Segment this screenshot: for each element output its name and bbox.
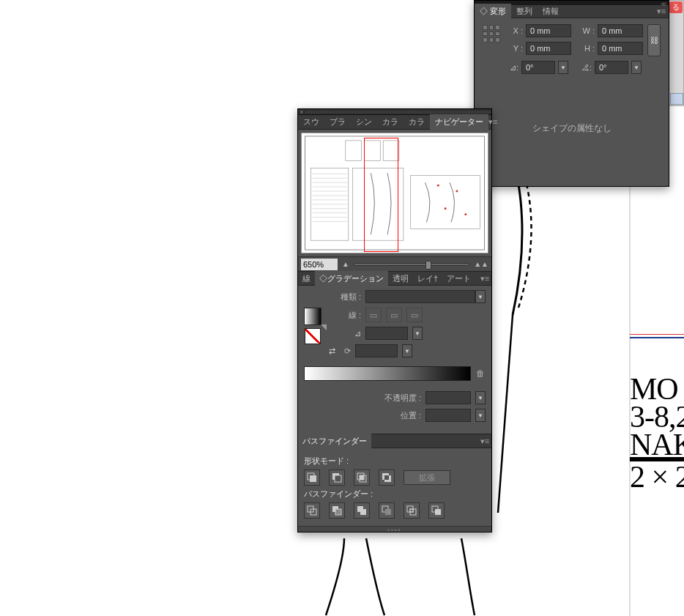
pathfinder-menu-icon[interactable]: ▾≡ xyxy=(478,437,491,446)
opacity-label: 不透明度 : xyxy=(377,393,421,404)
tab-navigator[interactable]: ナビゲーター xyxy=(430,114,488,130)
position-dropdown[interactable]: ▼ xyxy=(475,409,486,422)
gradient-aspect-input[interactable] xyxy=(355,344,398,357)
svg-point-20 xyxy=(437,185,439,187)
gradient-angle-label: ⊿ xyxy=(326,329,361,338)
tab-swatches[interactable]: スウ xyxy=(298,114,324,130)
navigator-tabs: スウ ブラ シン カラ カラ ナビゲーター ▾≡ xyxy=(298,115,491,130)
navigator-menu-icon[interactable]: ▾≡ xyxy=(488,117,497,127)
gradient-stroke-label: 線 : xyxy=(326,310,361,321)
svg-rect-44 xyxy=(410,509,413,512)
gradient-type-dropdown[interactable]: ▼ xyxy=(475,290,486,303)
svg-rect-27 xyxy=(335,475,341,482)
navigator-viewport-box[interactable] xyxy=(364,138,398,252)
tab-info[interactable]: 情報 xyxy=(538,4,564,19)
svg-rect-41 xyxy=(385,509,391,515)
svg-point-22 xyxy=(445,207,447,209)
position-label: 位置 : xyxy=(377,410,421,421)
panel-resize-grip[interactable]: ▪▪▪▪ xyxy=(298,526,491,532)
pathfinder-tab-row: パスファインダー ▾≡ xyxy=(298,434,491,448)
panel-menu-icon[interactable]: ▾≡ xyxy=(654,7,669,16)
reverse-gradient-icon[interactable]: ⇄ xyxy=(326,345,338,357)
unite-icon[interactable] xyxy=(304,470,320,486)
y-input[interactable] xyxy=(526,42,571,55)
outline-icon[interactable] xyxy=(404,502,420,519)
svg-point-21 xyxy=(456,190,458,193)
text-line-2: 3-8,2 xyxy=(630,403,684,431)
position-input[interactable] xyxy=(425,409,471,422)
tab-gradient[interactable]: ◇グラデーション xyxy=(315,271,388,286)
tab-transparency[interactable]: 透明 xyxy=(388,271,413,286)
navigator-zoom-row: ▲ ▲▲ xyxy=(298,256,491,271)
exclude-icon[interactable] xyxy=(379,470,395,486)
tab-align[interactable]: 整列 xyxy=(511,4,538,19)
trim-icon[interactable] xyxy=(329,502,345,519)
text-line-3: NAK xyxy=(630,431,684,459)
svg-rect-25 xyxy=(310,475,316,482)
gradient-type-label: 種類 : xyxy=(326,292,361,303)
tab-artboards[interactable]: アート xyxy=(442,271,475,286)
opacity-dropdown[interactable]: ▼ xyxy=(475,391,486,404)
gradient-angle-input[interactable] xyxy=(365,327,408,340)
text-line-4: 2 × 2 xyxy=(630,463,684,491)
rotate-dropdown[interactable]: ▼ xyxy=(558,61,568,74)
transform-panel: ≪ ◇ 変形 整列 情報 ▾≡ X : Y : W : H : ⛓ ⊿ xyxy=(474,0,669,187)
gradient-fill-swatch[interactable] xyxy=(304,308,321,325)
aspect-label: ⟳ xyxy=(342,346,351,356)
divide-icon[interactable] xyxy=(304,502,320,519)
zoom-input[interactable] xyxy=(301,259,338,270)
reference-point-selector[interactable] xyxy=(482,24,501,43)
text-line-1: MO xyxy=(630,375,684,403)
minus-back-icon[interactable] xyxy=(428,502,445,519)
opacity-input[interactable] xyxy=(425,391,471,404)
rotate-input[interactable] xyxy=(521,61,555,74)
svg-rect-30 xyxy=(360,475,364,480)
y-label: Y : xyxy=(510,44,523,53)
crop-icon[interactable] xyxy=(379,502,395,519)
tab-brushes[interactable]: ブラ xyxy=(324,114,351,130)
stroke-along-icon[interactable]: ▭ xyxy=(386,308,402,322)
shear-label: ⦨: xyxy=(579,63,592,72)
gradient-menu-icon[interactable]: ▾≡ xyxy=(478,274,491,283)
tab-color-2[interactable]: カラ xyxy=(404,114,430,130)
close-button-fragment[interactable]: る xyxy=(669,1,683,13)
x-input[interactable] xyxy=(526,24,571,37)
transform-tabs: ◇ 変形 整列 情報 ▾≡ xyxy=(475,5,669,18)
zoom-out-icon[interactable]: ▲ xyxy=(342,260,349,268)
no-shape-message: シェイプの属性なし xyxy=(482,122,661,135)
zoom-slider[interactable] xyxy=(354,263,469,266)
stroke-across-icon[interactable]: ▭ xyxy=(406,308,423,322)
svg-rect-37 xyxy=(335,509,341,515)
tab-color-1[interactable]: カラ xyxy=(377,114,404,130)
zoom-in-icon[interactable]: ▲▲ xyxy=(474,260,488,268)
h-input[interactable] xyxy=(598,42,643,55)
gradient-type-select[interactable] xyxy=(365,290,475,303)
background-window-sliver: る xyxy=(668,0,684,106)
merge-icon[interactable] xyxy=(354,502,370,519)
w-label: W : xyxy=(581,26,595,35)
navigator-thumbnail[interactable] xyxy=(301,133,488,253)
shear-input[interactable] xyxy=(595,61,628,74)
constrain-proportions-button[interactable]: ⛓ xyxy=(647,24,661,56)
intersect-icon[interactable] xyxy=(354,470,370,486)
rotate-label: ⊿: xyxy=(505,63,518,73)
expand-button[interactable]: 拡張 xyxy=(404,470,450,485)
gradient-aspect-dropdown[interactable]: ▼ xyxy=(402,344,412,357)
w-input[interactable] xyxy=(598,24,643,37)
gradient-angle-dropdown[interactable]: ▼ xyxy=(412,327,423,340)
gradient-tabs: 線 ◇グラデーション 透明 レイ† アート ▾≡ xyxy=(298,271,491,286)
tab-layers[interactable]: レイ† xyxy=(413,271,442,286)
zoom-slider-knob[interactable] xyxy=(425,261,431,270)
shear-dropdown[interactable]: ▼ xyxy=(631,61,642,74)
document-text-fragment: MO 3-8,2 NAK 2 × 2 xyxy=(630,334,684,510)
stroke-within-icon[interactable]: ▭ xyxy=(365,308,382,322)
pathfinder-label: パスファインダー : xyxy=(304,489,486,500)
tab-stroke[interactable]: 線 xyxy=(298,271,315,286)
tab-symbols[interactable]: シン xyxy=(351,114,377,130)
gradient-ramp[interactable] xyxy=(304,366,471,381)
tab-transform[interactable]: ◇ 変形 xyxy=(475,4,511,19)
tab-pathfinder[interactable]: パスファインダー xyxy=(298,434,371,449)
delete-stop-icon[interactable]: 🗑 xyxy=(475,368,486,379)
none-swatch[interactable] xyxy=(305,328,321,344)
minus-front-icon[interactable] xyxy=(329,470,345,486)
